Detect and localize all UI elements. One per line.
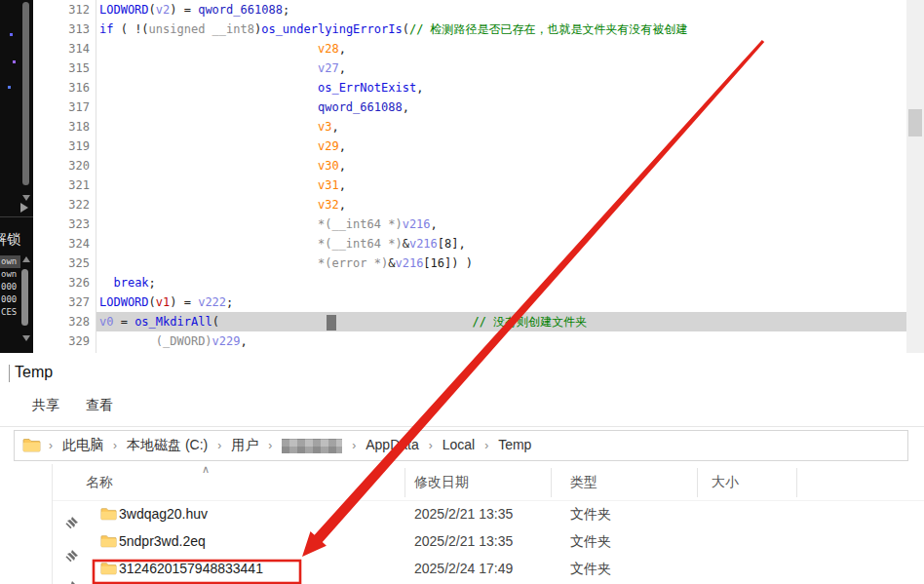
- file-row[interactable]: 5ndpr3wd.2eq2025/2/21 13:35文件夹: [0, 528, 924, 556]
- code-text: *(__int64 *)&v216[8],: [96, 234, 906, 253]
- ribbon-tab-share[interactable]: 共享: [32, 397, 59, 414]
- code-text: v0 = os_MkdirAll( // 没有则创建文件夹: [96, 312, 906, 331]
- strip-scrollbar-thumb[interactable]: [22, 2, 29, 185]
- scrollbar-thumb[interactable]: [908, 109, 922, 136]
- breadcrumb: ›此电脑›本地磁盘 (C:)›用户››AppData›Local›Temp: [41, 437, 533, 454]
- address-bar[interactable]: ›此电脑›本地磁盘 (C:)›用户››AppData›Local›Temp: [14, 430, 908, 461]
- column-header[interactable]: 修改日期: [414, 474, 469, 491]
- code-line[interactable]: 315 v27,: [33, 58, 906, 78]
- minimap-mark: [10, 33, 13, 36]
- breadcrumb-item[interactable]: [280, 437, 344, 452]
- minimap-mark: [8, 86, 11, 89]
- column-header[interactable]: 大小: [712, 474, 739, 491]
- code-text: v27,: [96, 58, 906, 78]
- code-line[interactable]: 313if ( !(unsigned __int8)os_underlyingE…: [33, 19, 906, 39]
- strip-list-item[interactable]: 000: [0, 293, 20, 306]
- code-line[interactable]: 323 *(__int64 *)v216,: [33, 214, 906, 234]
- code-line[interactable]: 321 v31,: [33, 175, 906, 195]
- strip-list-scrollbar-thumb[interactable]: [21, 269, 28, 326]
- line-number: 326: [33, 273, 96, 292]
- code-text: v29,: [96, 136, 906, 156]
- unlock-label[interactable]: 解锁: [0, 231, 20, 249]
- file-list: 3wdqag20.huv2025/2/21 13:35文件夹5ndpr3wd.2…: [0, 501, 924, 583]
- pushpin-icon: [64, 549, 79, 565]
- code-text: LODWORD(v1) = v222;: [96, 292, 906, 312]
- code-line[interactable]: 329 (_DWORD)v229,: [33, 331, 906, 351]
- code-line[interactable]: 314 v28,: [33, 39, 906, 58]
- line-number: 312: [33, 0, 96, 19]
- file-date: 2025/2/21 13:35: [414, 506, 513, 522]
- scroll-up-arrow-icon[interactable]: [22, 256, 30, 262]
- code-text: v28,: [96, 39, 906, 58]
- breadcrumb-item[interactable]: 用户: [229, 437, 260, 452]
- file-name[interactable]: 5ndpr3wd.2eq: [119, 533, 206, 549]
- line-number: 323: [33, 214, 96, 234]
- folder-icon: [100, 534, 117, 551]
- folder-icon: [100, 562, 117, 578]
- line-number: 314: [33, 39, 96, 58]
- file-type: 文件夹: [570, 561, 611, 578]
- line-number: 318: [33, 117, 96, 136]
- code-text: v32,: [96, 195, 906, 214]
- code-line[interactable]: 326 break;: [33, 273, 906, 292]
- code-line[interactable]: 318 v3,: [33, 117, 906, 136]
- code-line[interactable]: 325 *(error *)&v216[16]) ): [33, 253, 906, 273]
- cursor-block: [327, 315, 336, 331]
- line-number: 316: [33, 78, 96, 97]
- column-header[interactable]: 类型: [570, 474, 597, 491]
- code-text: LODWORD(v2) = qword_661088;: [96, 0, 906, 19]
- file-type: 文件夹: [570, 533, 611, 551]
- code-vertical-scrollbar[interactable]: [906, 0, 924, 353]
- code-line[interactable]: 320 v30,: [33, 156, 906, 175]
- breadcrumb-item[interactable]: 此电脑: [60, 437, 105, 452]
- code-line[interactable]: 317 qword_661088,: [33, 97, 906, 117]
- code-line[interactable]: 312LODWORD(v2) = qword_661088;: [33, 0, 906, 19]
- code-line[interactable]: 324 *(__int64 *)&v216[8],: [33, 234, 906, 253]
- line-number: 327: [33, 292, 96, 312]
- blurred-username: [282, 439, 342, 453]
- breadcrumb-item[interactable]: AppData: [364, 437, 420, 452]
- line-number: 317: [33, 97, 96, 117]
- line-number: 329: [33, 331, 96, 351]
- code-line[interactable]: 322 v32,: [33, 195, 906, 214]
- file-name[interactable]: 3wdqag20.huv: [119, 506, 208, 522]
- play-icon[interactable]: [20, 203, 28, 213]
- line-number: 328: [33, 312, 96, 331]
- breadcrumb-chevron-icon: ›: [477, 439, 496, 452]
- code-line[interactable]: 327LODWORD(v1) = v222;: [33, 292, 906, 312]
- breadcrumb-chevron-icon: ›: [210, 439, 229, 452]
- breadcrumb-item[interactable]: 本地磁盘 (C:): [125, 437, 210, 452]
- breadcrumb-chevron-icon: ›: [41, 439, 60, 452]
- side-panel-strip: 解锁 ownown000000CES: [0, 0, 33, 353]
- column-headers: ∧ 名称修改日期类型大小: [53, 466, 924, 499]
- code-text: *(error *)&v216[16]) ): [96, 253, 906, 273]
- code-line[interactable]: 328v0 = os_MkdirAll( // 没有则创建文件夹: [33, 312, 906, 331]
- strip-list-item[interactable]: 000: [0, 281, 20, 293]
- file-row[interactable]: 31246201579488334412025/2/24 17:49文件夹: [0, 556, 924, 583]
- scroll-down-arrow-icon[interactable]: [22, 335, 30, 341]
- strip-list-item[interactable]: own: [0, 268, 20, 281]
- pushpin-icon: [64, 580, 79, 584]
- minimap-mark: [13, 60, 16, 63]
- breadcrumb-item[interactable]: Local: [441, 437, 477, 452]
- file-name[interactable]: 3124620157948833441: [119, 561, 263, 576]
- ribbon-tab-view[interactable]: 查看: [86, 397, 113, 414]
- window-icon-fragment: [9, 365, 10, 382]
- code-text: qword_661088,: [96, 97, 906, 117]
- scroll-down-arrow-icon[interactable]: [22, 195, 30, 201]
- column-separator[interactable]: [796, 468, 797, 497]
- column-header[interactable]: 名称: [86, 474, 113, 491]
- column-separator[interactable]: [697, 468, 698, 497]
- code-text: os_ErrNotExist,: [96, 78, 906, 97]
- breadcrumb-item[interactable]: Temp: [496, 437, 533, 452]
- file-type: 文件夹: [570, 506, 611, 524]
- code-line[interactable]: 316 os_ErrNotExist,: [33, 78, 906, 97]
- strip-list[interactable]: ownown000000CES: [0, 255, 20, 319]
- file-row[interactable]: 3wdqag20.huv2025/2/21 13:35文件夹: [0, 501, 924, 528]
- strip-list-item[interactable]: own: [0, 255, 20, 268]
- column-separator[interactable]: [551, 468, 552, 497]
- decompiler-panel: 312LODWORD(v2) = qword_661088;313if ( !(…: [0, 0, 924, 353]
- code-line[interactable]: 319 v29,: [33, 136, 906, 156]
- strip-list-item[interactable]: CES: [0, 306, 20, 319]
- column-separator[interactable]: [404, 468, 405, 497]
